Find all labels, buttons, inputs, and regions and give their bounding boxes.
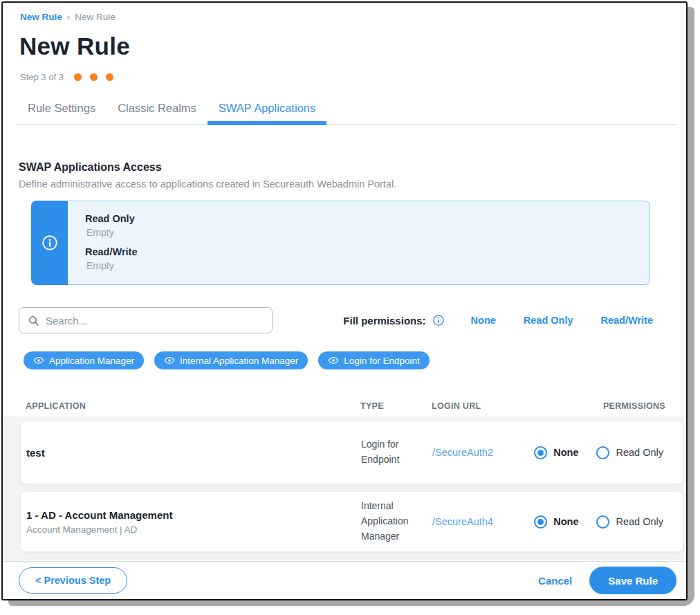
- step-dot: [106, 73, 113, 81]
- permission-label: None: [553, 447, 578, 458]
- screenshot-frame: New Rule › New Rule New Rule Step 3 of 3…: [0, 0, 700, 615]
- eye-icon: [33, 355, 44, 366]
- column-header-application: APPLICATION: [26, 401, 360, 411]
- fill-permissions: Fill permissions: None Read Only Read/Wr…: [343, 314, 653, 327]
- breadcrumb-parent-link[interactable]: New Rule: [20, 12, 62, 22]
- radio-none[interactable]: [534, 446, 547, 459]
- toolbar: Fill permissions: None Read Only Read/Wr…: [3, 307, 686, 333]
- table-row: 1 - AD - Account Management Account Mana…: [20, 491, 683, 552]
- step-indicator: Step 3 of 3: [20, 72, 686, 82]
- permission-label: None: [553, 516, 578, 527]
- login-url-link[interactable]: /SecureAuth4: [432, 516, 529, 527]
- permission-option-read-only[interactable]: Read Only: [596, 446, 663, 459]
- column-header-login-url: LOGIN URL: [432, 401, 528, 411]
- permission-option-none[interactable]: None: [534, 446, 578, 459]
- application-cell: 1 - AD - Account Management Account Mana…: [26, 509, 361, 535]
- chip-application-manager[interactable]: Application Manager: [24, 351, 144, 369]
- previous-step-button[interactable]: < Previous Step: [19, 567, 127, 594]
- login-url-link[interactable]: /SecureAuth2: [432, 447, 529, 458]
- type-cell: Login for Endpoint: [361, 437, 432, 467]
- tab-swap-applications[interactable]: SWAP Applications: [208, 98, 326, 124]
- fill-read-write-link[interactable]: Read/Write: [601, 315, 653, 326]
- radio-read-only[interactable]: [596, 446, 609, 459]
- breadcrumb: New Rule › New Rule: [20, 12, 686, 22]
- tab-rule-settings[interactable]: Rule Settings: [17, 98, 107, 124]
- info-strip: [31, 201, 68, 285]
- fill-read-only-link[interactable]: Read Only: [524, 315, 573, 326]
- search-icon: [28, 315, 39, 327]
- eye-icon: [328, 355, 339, 366]
- footer-actions: Cancel Save Rule: [538, 567, 676, 594]
- eye-icon: [164, 355, 175, 366]
- chip-label: Login for Endpoint: [344, 356, 420, 366]
- application-name: 1 - AD - Account Management: [26, 509, 361, 521]
- filter-chips: Application Manager Internal Application…: [24, 351, 686, 369]
- search-box[interactable]: [19, 307, 273, 333]
- permission-option-none[interactable]: None: [534, 515, 578, 529]
- permissions-summary-box: Read Only Empty Read/Write Empty: [31, 201, 650, 285]
- type-cell: Internal Application Manager: [361, 499, 432, 544]
- summary-read-write-value: Empty: [86, 260, 650, 271]
- new-rule-page: New Rule › New Rule New Rule Step 3 of 3…: [1, 1, 688, 600]
- permissions-cell: None Read Only: [529, 515, 683, 529]
- step-dot: [74, 73, 82, 81]
- chip-login-for-endpoint[interactable]: Login for Endpoint: [318, 351, 430, 369]
- table-row: test Login for Endpoint /SecureAuth2 Non…: [20, 421, 683, 484]
- application-cell: test: [26, 447, 361, 459]
- tab-bar: Rule Settings Classic Realms SWAP Applic…: [17, 98, 676, 125]
- fill-permissions-info-icon[interactable]: [432, 314, 445, 327]
- application-subtitle: Account Management | AD: [26, 524, 361, 535]
- page-title: New Rule: [19, 33, 686, 60]
- radio-none[interactable]: [534, 515, 547, 529]
- footer-bar: < Previous Step Cancel Save Rule: [3, 561, 686, 599]
- permissions-cell: None Read Only: [529, 446, 683, 459]
- chip-label: Application Manager: [49, 356, 134, 366]
- fill-none-link[interactable]: None: [471, 315, 496, 326]
- radio-read-only[interactable]: [596, 515, 609, 529]
- section-description: Define administrative access to applicat…: [19, 178, 686, 190]
- step-dot: [90, 73, 98, 81]
- chip-label: Internal Application Manager: [180, 356, 298, 366]
- breadcrumb-separator: ›: [67, 12, 71, 22]
- search-input[interactable]: [46, 315, 264, 327]
- cancel-button[interactable]: Cancel: [538, 575, 572, 587]
- tab-classic-realms[interactable]: Classic Realms: [107, 98, 208, 124]
- chip-internal-application-manager[interactable]: Internal Application Manager: [154, 351, 308, 369]
- info-icon: [41, 234, 59, 252]
- permission-label: Read Only: [616, 447, 663, 458]
- save-rule-button[interactable]: Save Rule: [589, 567, 676, 594]
- table-header: APPLICATION TYPE LOGIN URL PERMISSIONS: [20, 401, 685, 411]
- summary-content: Read Only Empty Read/Write Empty: [68, 201, 650, 285]
- summary-read-only-value: Empty: [86, 227, 650, 238]
- table-body: test Login for Endpoint /SecureAuth2 Non…: [3, 416, 686, 565]
- section-title: SWAP Applications Access: [19, 161, 686, 174]
- fill-permissions-label: Fill permissions:: [343, 315, 425, 327]
- step-dots: [74, 73, 113, 81]
- summary-read-write-label: Read/Write: [85, 246, 650, 257]
- step-label: Step 3 of 3: [20, 72, 64, 82]
- breadcrumb-current: New Rule: [75, 12, 116, 22]
- application-name: test: [26, 447, 361, 459]
- summary-read-only-label: Read Only: [85, 213, 650, 224]
- permission-label: Read Only: [616, 516, 663, 527]
- permission-option-read-only[interactable]: Read Only: [596, 515, 663, 529]
- column-header-permissions: PERMISSIONS: [528, 401, 685, 411]
- column-header-type: TYPE: [360, 401, 432, 411]
